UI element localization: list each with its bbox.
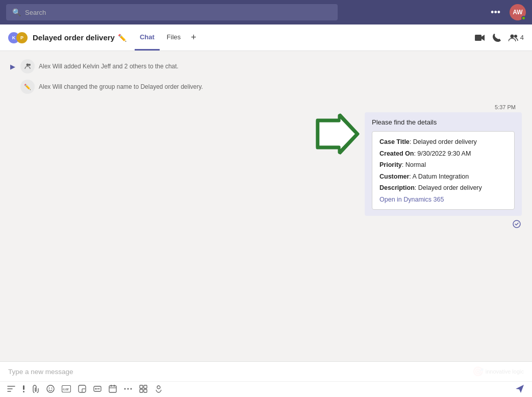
svg-point-12 (47, 385, 54, 392)
toolbar-row: GIF (0, 381, 532, 397)
header-tabs: Chat Files + (135, 24, 199, 51)
case-customer-value: A Datum Integration (413, 173, 469, 180)
gif-icon[interactable]: GIF (62, 385, 71, 392)
send-icon (515, 384, 525, 394)
svg-text:GIF: GIF (63, 387, 69, 391)
search-box[interactable]: 🔍 (6, 4, 338, 20)
case-card: Case Title: Delayed order delivery Creat… (372, 131, 515, 210)
case-title-row: Case Title: Delayed order delivery (379, 138, 507, 147)
svg-point-1 (510, 34, 514, 38)
phone-icon (492, 33, 501, 42)
svg-point-2 (514, 35, 517, 38)
case-description-label: Description (379, 184, 415, 191)
header-bar: K P Delayed order delivery ✏️ Chat Files… (0, 24, 532, 51)
emoji-icon[interactable] (46, 385, 55, 393)
system-message-1-text: Alex Will added Kelvin Jeff and 2 others… (39, 63, 179, 70)
svg-point-24 (124, 388, 126, 390)
system-icon-1 (20, 59, 35, 73)
participants-count: 4 (520, 34, 524, 41)
online-status-dot (521, 16, 526, 20)
message-input-area: 🎯 innovative logic (0, 362, 532, 381)
loop-icon[interactable] (93, 385, 102, 393)
svg-rect-28 (144, 385, 147, 388)
tab-chat[interactable]: Chat (135, 24, 160, 51)
search-icon: 🔍 (12, 8, 21, 16)
chat-message-row: 5:37 PM Please find the details Case (10, 104, 522, 230)
attach-icon[interactable] (32, 385, 39, 393)
avatar-p: P (16, 32, 28, 43)
svg-point-13 (49, 388, 50, 389)
format-icon[interactable] (7, 385, 15, 392)
edit-title-icon[interactable]: ✏️ (118, 34, 126, 42)
case-priority-value: Normal (406, 161, 426, 168)
schedule-icon[interactable] (109, 385, 117, 393)
system-message-2: ▶ ✏️ Alex Will changed the group name to… (10, 80, 522, 94)
svg-rect-27 (140, 385, 143, 388)
phone-call-button[interactable] (492, 33, 501, 42)
case-title-label: Case Title (379, 138, 410, 145)
watermark: 🎯 innovative logic (472, 366, 524, 377)
green-arrow-icon (312, 112, 361, 156)
priority-icon[interactable] (22, 385, 25, 392)
video-call-button[interactable] (475, 34, 485, 42)
system-icon-2: ✏️ (20, 80, 35, 94)
case-created-label: Created On (379, 150, 414, 157)
audio-icon[interactable] (155, 385, 163, 393)
case-customer-label: Customer (379, 173, 409, 180)
send-button[interactable] (515, 384, 525, 394)
open-dynamics-link[interactable]: Open in Dynamics 365 (379, 196, 507, 203)
chat-bubble: Please find the details Case Title: Dela… (365, 112, 522, 216)
more-options-button[interactable]: ••• (487, 5, 504, 20)
svg-point-19 (95, 388, 97, 390)
case-description-value: Delayed order delivery (418, 184, 482, 191)
svg-point-25 (128, 388, 129, 390)
search-input[interactable] (25, 9, 332, 16)
message-text: Please find the details (372, 118, 515, 126)
participants-icon (509, 34, 519, 42)
case-created-row: Created On: 9/30/2022 9:30 AM (379, 150, 507, 159)
svg-point-14 (52, 388, 53, 389)
video-icon (475, 34, 485, 42)
top-bar: 🔍 ••• AW (0, 0, 532, 24)
bottom-area: 🎯 innovative logic GIF (0, 361, 532, 397)
header-actions: 4 (475, 33, 524, 42)
case-priority-label: Priority (379, 161, 402, 168)
case-priority-row: Priority: Normal (379, 161, 507, 170)
svg-point-4 (29, 64, 31, 66)
chat-title: Delayed order delivery (33, 33, 115, 42)
message-input[interactable] (8, 368, 472, 376)
case-created-value: 9/30/2022 9:30 AM (417, 150, 471, 157)
apps-icon[interactable] (139, 385, 147, 393)
svg-point-26 (131, 388, 132, 390)
case-description-row: Description: Delayed order delivery (379, 184, 507, 193)
case-customer-row: Customer: A Datum Integration (379, 172, 507, 182)
chat-area: ▶ Alex Will added Kelvin Jeff and 2 othe… (0, 51, 532, 361)
svg-rect-0 (475, 35, 482, 41)
svg-point-31 (157, 386, 160, 389)
system-message-1: ▶ Alex Will added Kelvin Jeff and 2 othe… (10, 59, 522, 73)
svg-rect-10 (23, 385, 24, 390)
add-tab-button[interactable]: + (188, 32, 199, 43)
svg-rect-30 (144, 389, 147, 392)
tab-files[interactable]: Files (162, 24, 186, 51)
chat-avatars: K P (8, 32, 28, 43)
user-avatar[interactable]: AW (510, 4, 526, 20)
svg-point-3 (27, 64, 29, 66)
more-icon[interactable] (124, 388, 132, 390)
svg-rect-29 (140, 389, 143, 392)
svg-rect-20 (109, 386, 116, 392)
svg-point-11 (23, 391, 24, 392)
read-receipt-icon (513, 220, 521, 230)
message-time: 5:37 PM (495, 104, 516, 110)
sticker-icon[interactable] (78, 385, 86, 393)
arrow-indicator (312, 112, 361, 156)
participants-button[interactable]: 4 (509, 34, 524, 42)
system-message-2-text: Alex Will changed the group name to Dela… (39, 83, 203, 90)
case-title-value: Delayed order delivery (413, 138, 477, 145)
